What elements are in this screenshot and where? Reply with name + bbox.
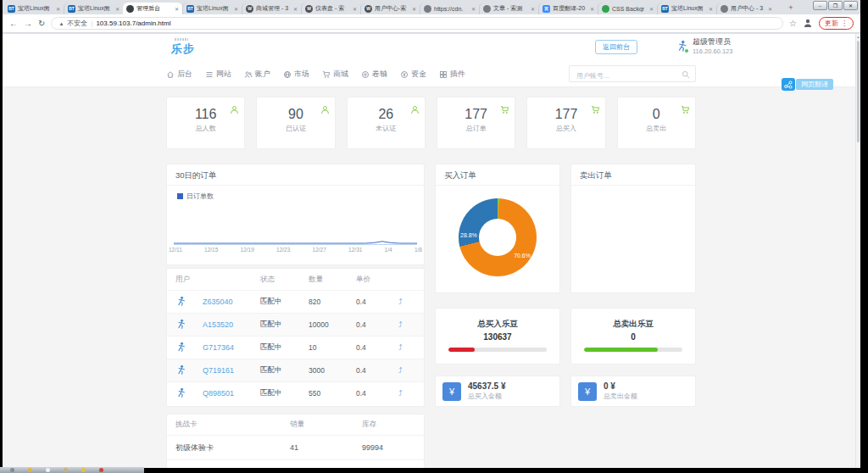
nav-item-plugins[interactable]: 插件 xyxy=(439,69,465,80)
search-input[interactable] xyxy=(570,69,671,80)
browser-tab[interactable]: https://cdn. ✕ xyxy=(420,3,479,14)
address-bar[interactable]: ▲ 不安全 | 103.59.103.7/admin.html xyxy=(51,17,783,30)
cards-table-body: 初级体验卡 41 99994 中级挑战卡 13 99996 xyxy=(167,435,424,468)
back-to-front-button[interactable]: 返回前台 xyxy=(595,40,637,54)
profile-avatar-icon[interactable] xyxy=(803,16,813,31)
stat-card-total-orders: 177 总订单 xyxy=(437,97,515,149)
search-icon[interactable] xyxy=(682,70,690,79)
reload-icon[interactable]: ↻ xyxy=(38,19,45,28)
tab-favicon-icon: BT xyxy=(68,5,75,13)
tab-close-icon[interactable]: ✕ xyxy=(590,6,594,12)
nav-label: 卷轴 xyxy=(372,69,387,80)
taskbar-icon[interactable] xyxy=(10,468,14,472)
browser-tab[interactable]: 用户中心 - 3 ✕ xyxy=(716,3,776,14)
taskbar-icon[interactable] xyxy=(46,468,50,472)
tab-close-icon[interactable]: ✕ xyxy=(709,6,713,12)
order-user-link[interactable]: G717364 xyxy=(203,343,260,352)
nav-item-backend[interactable]: 后台 xyxy=(166,69,192,80)
order-action-icon[interactable]: ⤴ xyxy=(398,366,424,375)
share-icon[interactable] xyxy=(782,78,795,91)
order-action-icon[interactable]: ⤴ xyxy=(398,298,424,306)
browser-tab[interactable]: 文章 - 索测 ✕ xyxy=(479,3,538,14)
tab-close-icon[interactable]: ✕ xyxy=(471,6,476,12)
update-button[interactable]: 更新 ⋮ xyxy=(819,17,854,30)
order-price: 0.4 xyxy=(356,343,398,352)
bean-value: 130637 xyxy=(436,332,559,342)
tab-label: 文章 - 索测 xyxy=(493,4,528,13)
tab-close-icon[interactable]: ✕ xyxy=(56,6,60,12)
tab-close-icon[interactable]: ✕ xyxy=(293,6,298,12)
nav-label: 网站 xyxy=(216,69,231,80)
order-action-icon[interactable]: ⤴ xyxy=(398,320,424,329)
cart-icon xyxy=(500,103,509,118)
nav-item-accounts[interactable]: 账户 xyxy=(244,69,270,80)
browser-tab[interactable]: 管理后台 ✕ xyxy=(123,3,182,14)
user-search-box[interactable] xyxy=(569,65,696,82)
person-icon xyxy=(230,103,239,118)
tab-close-icon[interactable]: ✕ xyxy=(175,6,179,12)
overlay-widget-label[interactable]: 网页翻译 xyxy=(796,79,833,90)
close-window-button[interactable]: ✕ xyxy=(843,1,858,10)
runner-icon xyxy=(175,296,203,309)
total-sell-beans-card: 总卖出乐豆 0 xyxy=(570,308,696,364)
browser-tab[interactable]: W 商城管理 - 3 ✕ xyxy=(242,3,301,14)
tab-favicon-icon xyxy=(483,5,491,13)
tab-close-icon[interactable]: ✕ xyxy=(649,6,654,12)
menu-dots-icon[interactable]: ⋮ xyxy=(841,19,848,27)
browser-tab[interactable]: BT 宝塔Linux面 ✕ xyxy=(4,3,64,14)
translate-overlay-widget[interactable]: 网页翻译 xyxy=(782,78,833,91)
page-header: 乐步 返回前台 超级管理员 116.20.60.123 xyxy=(3,34,855,61)
x-tick: 12/11 xyxy=(169,247,182,253)
browser-tab[interactable]: CSS Backgr ✕ xyxy=(598,3,657,14)
nav-label: 市场 xyxy=(294,69,309,80)
order-user-link[interactable]: Q719161 xyxy=(203,366,260,375)
tab-close-icon[interactable]: ✕ xyxy=(115,6,120,12)
tab-close-icon[interactable]: ✕ xyxy=(412,6,416,12)
order-user-link[interactable]: A153520 xyxy=(203,320,260,329)
minimize-button[interactable]: – xyxy=(813,1,827,10)
bean-title: 总卖出乐豆 xyxy=(571,319,695,330)
taskbar-icon[interactable] xyxy=(28,468,32,472)
tab-list: BT 宝塔Linux面 ✕ BT 宝塔Linux面 ✕ 管理后台 ✕ BT 宝塔… xyxy=(4,3,776,14)
browser-tab[interactable]: BT 宝塔Linux面 ✕ xyxy=(182,3,242,14)
taskbar-icon[interactable] xyxy=(99,468,103,472)
nav-item-mall[interactable]: 商城 xyxy=(322,69,348,80)
scrollbar-thumb[interactable] xyxy=(857,41,860,142)
back-icon[interactable]: ← xyxy=(9,19,18,28)
new-tab-button[interactable]: + xyxy=(784,3,798,14)
order-user-link[interactable]: Q898501 xyxy=(203,389,260,398)
restore-button[interactable]: ❐ xyxy=(828,1,843,10)
taskbar[interactable] xyxy=(0,467,144,473)
order-user-link[interactable]: Z635040 xyxy=(203,298,260,306)
update-label: 更新 xyxy=(825,19,838,28)
nav-label: 后台 xyxy=(177,69,192,80)
scrollbar-up-icon[interactable]: ▲ xyxy=(856,34,860,40)
page-scrollbar[interactable]: ▲ xyxy=(855,34,860,468)
nav-item-funds[interactable]: 资金 xyxy=(400,69,426,80)
nav-item-scroll[interactable]: 卷轴 xyxy=(361,69,387,80)
browser-tab[interactable]: BT 宝塔Linux面 ✕ xyxy=(657,3,716,14)
yen-icon: ¥ xyxy=(442,382,461,401)
tab-label: 宝塔Linux面 xyxy=(78,4,113,13)
browser-tab[interactable]: W 仪表盘 - 索 ✕ xyxy=(301,3,360,14)
tab-close-icon[interactable]: ✕ xyxy=(531,6,535,12)
forward-icon[interactable]: → xyxy=(24,19,32,28)
order-action-icon[interactable]: ⤴ xyxy=(398,343,424,352)
taskbar-icon[interactable] xyxy=(81,468,86,472)
taskbar-icon[interactable] xyxy=(64,468,68,472)
order-action-icon[interactable]: ⤴ xyxy=(398,389,424,398)
tab-close-icon[interactable]: ✕ xyxy=(234,6,238,12)
browser-tab[interactable]: 百 百度翻译-20 ✕ xyxy=(538,3,598,14)
tab-close-icon[interactable]: ✕ xyxy=(768,6,772,12)
browser-tab[interactable]: W 用户中心-索 ✕ xyxy=(360,3,420,14)
brand-logo[interactable]: 乐步 xyxy=(171,42,195,57)
browser-tab[interactable]: BT 宝塔Linux面 ✕ xyxy=(64,3,123,14)
user-info[interactable]: 超级管理员 116.20.60.123 xyxy=(676,36,786,55)
nav-item-market[interactable]: 市场 xyxy=(283,69,309,80)
x-tick: 1/4 xyxy=(385,247,392,253)
nav-item-website[interactable]: 网站 xyxy=(205,69,231,80)
bookmark-star-icon[interactable]: ☆ xyxy=(789,19,797,28)
tab-close-icon[interactable]: ✕ xyxy=(353,6,357,12)
security-warning-icon[interactable]: ▲ xyxy=(58,21,64,26)
legend-item[interactable]: 日订单数 xyxy=(177,192,424,201)
